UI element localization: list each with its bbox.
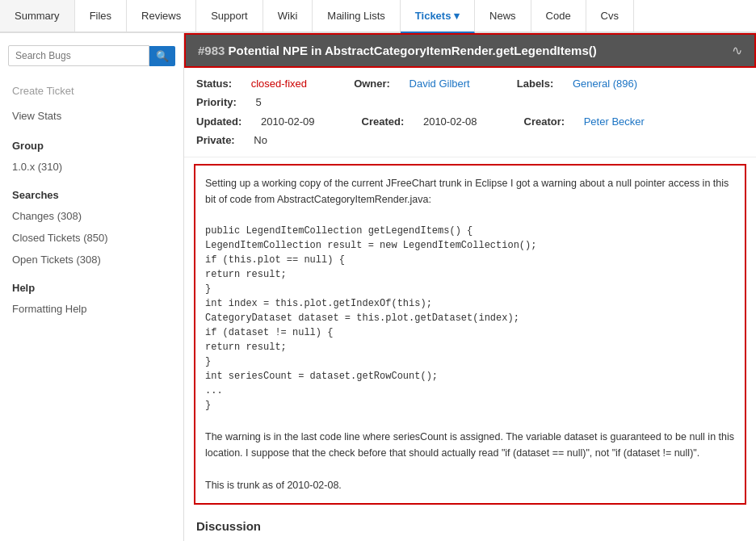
- ticket-header: #983 Potential NPE in AbstractCategoryIt…: [184, 33, 756, 68]
- priority-label: Priority: 5: [196, 96, 278, 108]
- view-stats-link[interactable]: View Stats: [0, 103, 183, 128]
- formatting-help-link[interactable]: Formatting Help: [0, 298, 183, 320]
- labels-label: Labels: General (896): [517, 78, 653, 90]
- ticket-body-footer: The warning is in the last code line whe…: [205, 429, 735, 493]
- nav-code[interactable]: Code: [531, 0, 586, 31]
- ticket-number: #983: [198, 44, 225, 57]
- meta-row-1: Status: closed-fixed Owner: David Gilber…: [196, 74, 744, 93]
- status-label: Status: closed-fixed: [196, 78, 326, 90]
- creator-value[interactable]: Peter Becker: [584, 115, 645, 128]
- nav-mailing-lists[interactable]: Mailing Lists: [313, 0, 401, 31]
- nav-wiki[interactable]: Wiki: [263, 0, 313, 31]
- nav-reviews[interactable]: Reviews: [127, 0, 196, 31]
- created-value: 2010-02-08: [423, 115, 477, 128]
- ticket-title-text: Potential NPE in AbstractCategoryItemRen…: [229, 44, 597, 57]
- ticket-meta: Status: closed-fixed Owner: David Gilber…: [184, 68, 756, 157]
- private-label: Private: No: [196, 134, 284, 146]
- create-ticket-link[interactable]: Create Ticket: [0, 78, 183, 103]
- private-value: No: [254, 134, 267, 146]
- ticket-body-intro: Setting up a working copy of the current…: [205, 175, 735, 208]
- search-input[interactable]: [8, 45, 149, 66]
- ticket-body: Setting up a working copy of the current…: [194, 164, 746, 505]
- search-bar: 🔍: [8, 45, 175, 66]
- ticket-title: #983 Potential NPE in AbstractCategoryIt…: [198, 44, 597, 57]
- top-navigation: Summary Files Reviews Support Wiki Maili…: [0, 0, 756, 33]
- owner-label: Owner: David Gilbert: [354, 78, 489, 90]
- nav-cvs[interactable]: Cvs: [586, 0, 634, 31]
- labels-value[interactable]: General (896): [573, 78, 637, 90]
- nav-summary[interactable]: Summary: [0, 0, 75, 31]
- help-section-title: Help: [0, 270, 183, 298]
- group-item[interactable]: 1.0.x (310): [0, 156, 183, 178]
- searches-section-title: Searches: [0, 178, 183, 205]
- meta-row-3: Updated: 2010-02-09 Created: 2010-02-08 …: [196, 112, 744, 150]
- nav-news[interactable]: News: [475, 0, 531, 31]
- updated-label: Updated: 2010-02-09: [196, 115, 334, 128]
- main-content: #983 Potential NPE in AbstractCategoryIt…: [184, 33, 756, 541]
- nav-tickets[interactable]: Tickets ▾: [401, 0, 475, 33]
- ticket-code-block: public LegendItemCollection getLegendIte…: [205, 224, 735, 413]
- created-label: Created: 2010-02-08: [362, 115, 497, 128]
- discussion-section: Discussion David Gilbert - 2010-02-09: [184, 511, 756, 541]
- search-button[interactable]: 🔍: [149, 46, 175, 66]
- updated-value: 2010-02-09: [261, 115, 315, 128]
- nav-files[interactable]: Files: [75, 0, 127, 31]
- main-layout: 🔍 Create Ticket View Stats Group 1.0.x (…: [0, 33, 756, 541]
- status-value: closed-fixed: [251, 78, 307, 90]
- nav-support[interactable]: Support: [196, 0, 263, 31]
- sidebar: 🔍 Create Ticket View Stats Group 1.0.x (…: [0, 33, 184, 541]
- discussion-title: Discussion: [196, 519, 744, 533]
- priority-value: 5: [255, 96, 261, 108]
- rss-icon[interactable]: ∿: [732, 43, 742, 58]
- search-item-open[interactable]: Open Tickets (308): [0, 249, 183, 270]
- owner-value[interactable]: David Gilbert: [410, 78, 470, 90]
- search-item-changes[interactable]: Changes (308): [0, 205, 183, 227]
- group-section-title: Group: [0, 128, 183, 156]
- search-item-closed[interactable]: Closed Tickets (850): [0, 227, 183, 249]
- creator-label: Creator: Peter Becker: [524, 115, 664, 128]
- meta-row-2: Priority: 5: [196, 93, 744, 111]
